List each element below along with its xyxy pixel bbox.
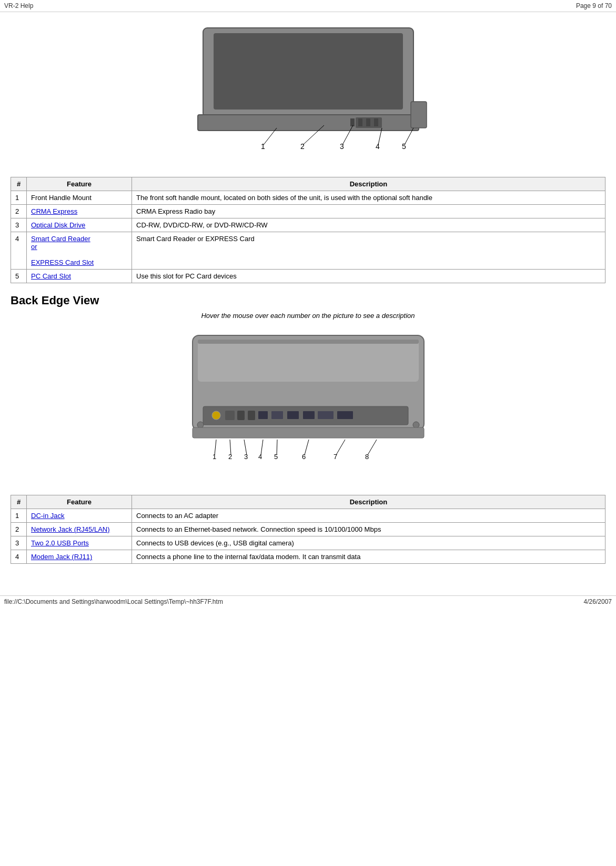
svg-line-49 [305, 440, 309, 455]
table-row: 3 Two 2.0 USB Ports Connects to USB devi… [11, 536, 605, 550]
svg-rect-31 [318, 411, 334, 419]
svg-text:3: 3 [244, 453, 248, 461]
network-jack-link[interactable]: Network Jack (RJ45/LAN) [31, 525, 110, 533]
svg-text:2: 2 [300, 142, 305, 151]
svg-rect-4 [350, 118, 355, 126]
svg-rect-7 [374, 118, 378, 126]
svg-rect-2 [198, 115, 419, 131]
svg-rect-35 [193, 427, 424, 438]
hover-instruction: Hover the mouse over each number on the … [11, 312, 605, 320]
row-num: 3 [11, 218, 27, 232]
svg-rect-8 [411, 102, 427, 128]
svg-point-33 [197, 422, 204, 428]
row-feature: Modem Jack (RJ11) [27, 550, 132, 564]
table-row: 4 Modem Jack (RJ11) Connects a phone lin… [11, 550, 605, 564]
svg-rect-29 [287, 411, 299, 419]
row-desc: The front soft handle mount, located on … [132, 191, 605, 205]
row-desc: CRMA Express Radio bay [132, 205, 605, 218]
back-view-image-container: 1 2 3 4 5 6 7 8 [11, 325, 605, 484]
svg-rect-28 [271, 411, 283, 419]
row-feature: Two 2.0 USB Ports [27, 536, 132, 550]
svg-text:6: 6 [302, 453, 306, 461]
front-view-image-container: 1 2 3 4 5 [11, 23, 605, 166]
row-feature: Network Jack (RJ45/LAN) [27, 523, 132, 536]
main-content: 1 2 3 4 5 # Feature Description 1 Fr [0, 12, 616, 585]
pc-card-slot-link[interactable]: PC Card Slot [31, 272, 71, 280]
row-num: 4 [11, 550, 27, 564]
front-view-image: 1 2 3 4 5 [171, 23, 445, 165]
dc-in-jack-link[interactable]: DC-in Jack [31, 512, 65, 520]
table-header-feature: Feature [27, 177, 132, 191]
row-num: 3 [11, 536, 27, 550]
svg-rect-20 [198, 340, 419, 382]
svg-rect-24 [225, 411, 235, 420]
row-num: 4 [11, 232, 27, 270]
row-feature: CRMA Express [27, 205, 132, 218]
page-info: Page 9 of 70 [576, 2, 612, 9]
row-desc: Smart Card Reader or EXPRESS Card [132, 232, 605, 270]
svg-rect-27 [258, 411, 268, 419]
optical-disk-drive-link[interactable]: Optical Disk Drive [31, 221, 85, 229]
table-header-num: # [11, 177, 27, 191]
back-table-header-desc: Description [132, 495, 605, 509]
svg-rect-30 [303, 411, 315, 419]
row-feature: Optical Disk Drive [27, 218, 132, 232]
svg-text:2: 2 [228, 453, 232, 461]
svg-text:4: 4 [258, 453, 262, 461]
table-row: 4 Smart Card Reader or EXPRESS Card Slot… [11, 232, 605, 270]
svg-point-23 [212, 411, 220, 420]
row-feature: Smart Card Reader or EXPRESS Card Slot [27, 232, 132, 270]
table-row: 2 Network Jack (RJ45/LAN) Connects to an… [11, 523, 605, 536]
svg-point-34 [413, 422, 419, 428]
row-desc: Connects to USB devices (e.g., USB digit… [132, 536, 605, 550]
svg-rect-21 [198, 340, 419, 344]
crma-express-link[interactable]: CRMA Express [31, 207, 77, 215]
table-row: 3 Optical Disk Drive CD-RW, DVD/CD-RW, o… [11, 218, 605, 232]
row-num: 2 [11, 205, 27, 218]
row-feature: DC-in Jack [27, 509, 132, 523]
table-row: 1 Front Handle Mount The front soft hand… [11, 191, 605, 205]
row-feature: PC Card Slot [27, 270, 132, 283]
app-title: VR-2 Help [4, 2, 33, 9]
svg-text:5: 5 [274, 453, 278, 461]
row-desc: Connects to an AC adapter [132, 509, 605, 523]
row-desc: CD-RW, DVD/CD-RW, or DVD-RW/CD-RW [132, 218, 605, 232]
back-edge-table: # Feature Description 1 DC-in Jack Conne… [11, 495, 605, 564]
footer-bar: file://C:\Documents and Settings\harwood… [0, 595, 616, 608]
row-num: 1 [11, 191, 27, 205]
svg-rect-25 [237, 411, 245, 420]
svg-rect-6 [366, 118, 370, 126]
back-view-image: 1 2 3 4 5 6 7 8 [166, 325, 450, 483]
svg-rect-26 [248, 411, 255, 420]
svg-text:1: 1 [213, 453, 216, 461]
usb-ports-link[interactable]: Two 2.0 USB Ports [31, 539, 89, 547]
row-desc: Connects to an Ethernet-based network. C… [132, 523, 605, 536]
svg-line-50 [336, 440, 345, 455]
express-card-slot-link[interactable]: EXPRESS Card Slot [31, 258, 94, 266]
back-edge-heading: Back Edge View [11, 294, 605, 307]
row-feature: Front Handle Mount [27, 191, 132, 205]
svg-line-51 [368, 440, 377, 455]
smart-card-reader-or-link[interactable]: or [31, 243, 37, 251]
svg-text:4: 4 [376, 142, 380, 151]
svg-rect-32 [337, 411, 353, 419]
row-desc: Use this slot for PC Card devices [132, 270, 605, 283]
file-path: file://C:\Documents and Settings\harwood… [4, 598, 223, 605]
table-header-desc: Description [132, 177, 605, 191]
front-view-table: # Feature Description 1 Front Handle Mou… [11, 177, 605, 283]
smart-card-reader-link[interactable]: Smart Card Reader [31, 235, 90, 243]
row-num: 1 [11, 509, 27, 523]
svg-rect-1 [214, 33, 403, 110]
table-row: 2 CRMA Express CRMA Express Radio bay [11, 205, 605, 218]
table-row: 5 PC Card Slot Use this slot for PC Card… [11, 270, 605, 283]
header-bar: VR-2 Help Page 9 of 70 [0, 0, 616, 12]
back-table-header-feature: Feature [27, 495, 132, 509]
modem-jack-link[interactable]: Modem Jack (RJ11) [31, 553, 92, 561]
svg-rect-5 [358, 118, 362, 126]
footer-date: 4/26/2007 [584, 598, 612, 605]
row-desc: Connects a phone line to the internal fa… [132, 550, 605, 564]
row-num: 5 [11, 270, 27, 283]
back-table-header-num: # [11, 495, 27, 509]
row-num: 2 [11, 523, 27, 536]
table-row: 1 DC-in Jack Connects to an AC adapter [11, 509, 605, 523]
